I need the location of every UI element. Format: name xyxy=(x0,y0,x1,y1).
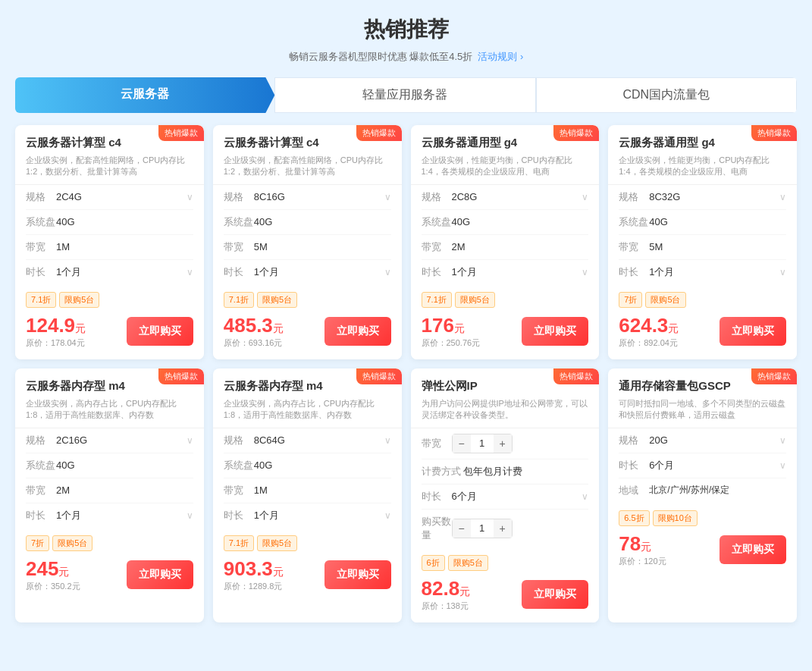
quantity-stepper[interactable]: − 1 + xyxy=(452,519,513,538)
discount-badges: 7.1折 限购5台 xyxy=(26,292,193,308)
buy-button[interactable]: 立即购买 xyxy=(324,317,391,346)
hot-badge: 热销爆款 xyxy=(356,125,402,141)
stepper-minus[interactable]: − xyxy=(453,519,471,538)
spec-value: 1个月 xyxy=(649,265,779,279)
price-main: 624.3 xyxy=(619,314,668,337)
dropdown-arrow-icon[interactable]: ∨ xyxy=(187,192,193,202)
spec-row: 购买数量 − 1 + xyxy=(422,510,589,547)
card-specs: 规格 2C16G ∨ 系统盘 40G 带宽 2M 时长 1个月 ∨ xyxy=(15,428,204,528)
dropdown-arrow-icon[interactable]: ∨ xyxy=(384,435,391,446)
discount-badge: 7.1折 xyxy=(26,292,56,308)
card-specs: 规格 2C4G ∨ 系统盘 40G 带宽 1M 时长 1个月 ∨ xyxy=(15,184,204,284)
card-desc: 企业级实例，性能更均衡，CPU内存配比1:4，各类规模的企业级应用、电商 xyxy=(619,155,786,178)
buy-button[interactable]: 立即购买 xyxy=(522,580,588,609)
stepper-plus[interactable]: + xyxy=(494,434,512,453)
card-header: 热销爆款 云服务器内存型 m4 企业级实例，高内存占比，CPU内存配比1:8，适… xyxy=(213,368,402,428)
product-card-card-6: 热销爆款 云服务器内存型 m4 企业级实例，高内存占比，CPU内存配比1:8，适… xyxy=(213,368,402,622)
spec-row: 带宽 2M xyxy=(422,235,589,260)
hot-badge: 热销爆款 xyxy=(751,125,797,141)
stepper-minus[interactable]: − xyxy=(453,434,471,453)
activity-link[interactable]: 活动规则 › xyxy=(478,51,523,62)
dropdown-arrow-icon[interactable]: ∨ xyxy=(582,491,588,502)
dropdown-arrow-icon[interactable]: ∨ xyxy=(582,267,588,277)
spec-row: 系统盘 40G xyxy=(26,453,193,478)
product-card-card-8: 热销爆款 通用存储容量包GSCP 可同时抵扣同一地域、多个不同类型的云磁盘和快照… xyxy=(608,368,797,622)
card-header: 热销爆款 通用存储容量包GSCP 可同时抵扣同一地域、多个不同类型的云磁盘和快照… xyxy=(608,368,797,428)
tab-cdn[interactable]: CDN国内流量包 xyxy=(536,77,797,113)
spec-label: 带宽 xyxy=(26,484,56,497)
spec-row: 规格 8C16G ∨ xyxy=(224,185,391,210)
spec-value: 40G xyxy=(254,216,391,227)
tab-cloud-server[interactable]: 云服务器 xyxy=(15,77,274,113)
tabs-container: 云服务器 轻量应用服务器 CDN国内流量包 xyxy=(15,77,797,113)
spec-row: 带宽 5M xyxy=(224,235,391,260)
billing-label: 计费方式 xyxy=(422,465,463,478)
buy-button[interactable]: 立即购买 xyxy=(127,317,193,346)
discount-badges: 7.1折 限购5台 xyxy=(422,292,589,308)
dropdown-arrow-icon[interactable]: ∨ xyxy=(779,435,786,446)
card-footer: 7.1折 限购5台 176元 原价：250.76元 立即购买 xyxy=(411,284,600,359)
spec-label: 时长 xyxy=(619,459,649,472)
buy-button[interactable]: 立即购买 xyxy=(720,535,786,564)
dropdown-arrow-icon[interactable]: ∨ xyxy=(187,510,193,521)
spec-row: 带宽 1M xyxy=(26,235,193,260)
spec-label: 系统盘 xyxy=(422,215,452,229)
buy-button[interactable]: 立即购买 xyxy=(324,560,391,589)
spec-value: 2C4G xyxy=(56,191,187,202)
card-desc: 可同时抵扣同一地域、多个不同类型的云磁盘和快照后付费账单，适用云磁盘 xyxy=(619,398,786,422)
card-footer: 7.1折 限购5台 485.3元 原价：693.16元 立即购买 xyxy=(213,284,402,359)
card-desc: 企业级实例，高内存占比，CPU内存配比1:8，适用于高性能数据库、内存数 xyxy=(26,398,193,422)
price-unit: 元 xyxy=(75,322,86,334)
product-card-card-5: 热销爆款 云服务器内存型 m4 企业级实例，高内存占比，CPU内存配比1:8，适… xyxy=(15,368,204,622)
card-specs: 带宽 − 1 + 计费方式 包年包月计费 时长 6个月 ∨ 购买数量 − xyxy=(411,428,600,547)
original-price: 原价：120元 xyxy=(619,556,666,567)
discount-badges: 7折 限购5台 xyxy=(619,292,786,308)
spec-label: 系统盘 xyxy=(26,459,56,472)
price-main: 82.8 xyxy=(422,577,460,600)
card-desc: 企业级实例，高内存占比，CPU内存配比1:8，适用于高性能数据库、内存数 xyxy=(224,398,391,422)
dropdown-arrow-icon[interactable]: ∨ xyxy=(187,267,193,277)
dropdown-arrow-icon[interactable]: ∨ xyxy=(582,192,588,202)
price-row: 78元 原价：120元 立即购买 xyxy=(619,532,786,567)
dropdown-arrow-icon[interactable]: ∨ xyxy=(779,267,786,277)
spec-row: 规格 20G ∨ xyxy=(619,428,786,453)
spec-value: 8C16G xyxy=(254,191,384,202)
limit-badge: 限购5台 xyxy=(448,555,488,571)
discount-badge: 7.1折 xyxy=(422,292,452,308)
dropdown-arrow-icon[interactable]: ∨ xyxy=(384,192,391,202)
card-header: 热销爆款 云服务器计算型 c4 企业级实例，配套高性能网络，CPU内存比1:2，… xyxy=(213,125,402,184)
price-unit: 元 xyxy=(58,566,69,578)
discount-badge: 7折 xyxy=(619,292,642,308)
buy-button[interactable]: 立即购买 xyxy=(522,317,588,346)
spec-value: 2M xyxy=(452,241,589,252)
bandwidth-stepper[interactable]: − 1 + xyxy=(452,434,513,453)
spec-value: 北京/广州/苏州/保定 xyxy=(649,484,786,497)
buy-button[interactable]: 立即购买 xyxy=(720,317,786,346)
spec-row: 时长 1个月 ∨ xyxy=(224,503,391,528)
dropdown-arrow-icon[interactable]: ∨ xyxy=(384,510,391,521)
price-row: 903.3元 原价：1289.8元 立即购买 xyxy=(224,557,391,592)
cards-row-2: 热销爆款 云服务器内存型 m4 企业级实例，高内存占比，CPU内存配比1:8，适… xyxy=(15,368,797,622)
spec-row: 系统盘 40G xyxy=(619,210,786,235)
card-desc: 企业级实例，配套高性能网络，CPU内存比1:2，数据分析、批量计算等高 xyxy=(26,155,193,178)
buy-button[interactable]: 立即购买 xyxy=(127,560,193,589)
dropdown-arrow-icon[interactable]: ∨ xyxy=(779,460,786,471)
stepper-plus[interactable]: + xyxy=(494,519,512,538)
spec-row: 时长 1个月 ∨ xyxy=(224,260,391,284)
original-price: 原价：138元 xyxy=(422,600,471,612)
price-block: 485.3元 原价：693.16元 xyxy=(224,314,284,349)
price-block: 82.8元 原价：138元 xyxy=(422,577,471,612)
dropdown-arrow-icon[interactable]: ∨ xyxy=(779,192,786,202)
price-row: 82.8元 原价：138元 立即购买 xyxy=(422,577,589,612)
price-row: 176元 原价：250.76元 立即购买 xyxy=(422,314,589,349)
limit-badge: 限购5台 xyxy=(455,292,495,308)
card-header: 热销爆款 弹性公网IP 为用户访问公网提供IP地址和公网带宽，可以灵活绑定各种设… xyxy=(411,368,600,428)
card-specs: 规格 20G ∨ 时长 6个月 ∨ 地域 北京/广州/苏州/保定 xyxy=(608,428,797,503)
dropdown-arrow-icon[interactable]: ∨ xyxy=(384,267,391,277)
dropdown-arrow-icon[interactable]: ∨ xyxy=(187,435,193,446)
spec-value: 6个月 xyxy=(649,459,779,472)
spec-value: 8C64G xyxy=(254,434,384,446)
tab-lightweight[interactable]: 轻量应用服务器 xyxy=(274,77,535,113)
spec-label: 地域 xyxy=(619,484,649,497)
card-desc: 企业级实例，性能更均衡，CPU内存配比1:4，各类规模的企业级应用、电商 xyxy=(422,155,589,178)
